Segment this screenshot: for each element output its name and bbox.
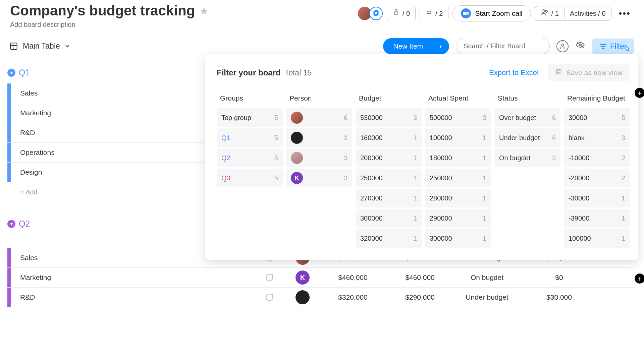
search-input[interactable]: Search / Filter Board: [456, 38, 550, 54]
filter-option[interactable]: 2500001: [356, 169, 422, 187]
members-count: / 1: [551, 10, 559, 17]
start-zoom-call-button[interactable]: Start Zoom call: [452, 5, 531, 21]
filter-option[interactable]: Q35: [217, 169, 283, 187]
remaining-budget-cell[interactable]: $30,000: [521, 293, 598, 301]
filter-option[interactable]: 5000003: [425, 108, 491, 127]
table-row[interactable]: R&D $320,000 $290,000 Under budget $30,0…: [7, 288, 634, 307]
filter-option-count: 6: [552, 134, 556, 142]
export-to-excel-link[interactable]: Export to Excel: [489, 68, 539, 77]
avatar: [291, 132, 303, 144]
remaining-budget-cell[interactable]: $0: [521, 274, 598, 282]
automations-count: / 0: [402, 10, 410, 17]
filter-option[interactable]: 1000001: [564, 229, 630, 248]
filter-option[interactable]: 1800001: [425, 148, 491, 167]
filter-option-count: 2: [622, 174, 625, 182]
filter-option-count: 1: [483, 235, 486, 242]
svg-point-7: [545, 10, 547, 12]
page-title[interactable]: Company's budget tracking: [10, 3, 195, 19]
chat-icon[interactable]: [252, 273, 286, 283]
filter-option[interactable]: K3: [286, 169, 352, 187]
filter-option[interactable]: 2500001: [425, 169, 491, 187]
filter-option[interactable]: 2700001: [356, 189, 422, 207]
chat-icon[interactable]: [252, 292, 286, 302]
new-item-button[interactable]: New Item ▾: [383, 38, 449, 54]
save-as-new-view-button[interactable]: Save as new view: [548, 64, 630, 81]
filter-option[interactable]: 3: [286, 148, 352, 167]
filter-option[interactable]: 2900001: [425, 209, 491, 228]
collapse-group-icon[interactable]: ▾: [7, 69, 15, 77]
filter-option-label: blank: [569, 134, 585, 142]
filter-option[interactable]: 300005: [564, 108, 630, 127]
filter-option[interactable]: -100002: [564, 148, 630, 167]
view-switcher[interactable]: Main Table: [9, 42, 70, 51]
row-color-stripe: [7, 83, 11, 103]
budget-cell[interactable]: $460,000: [319, 274, 386, 282]
actual-spent-cell[interactable]: $460,000: [386, 274, 453, 282]
filter-option[interactable]: Over budget6: [494, 108, 560, 127]
people-icon: [541, 9, 549, 18]
filter-option-count: 6: [552, 114, 556, 122]
filter-option-label: 530000: [360, 114, 383, 122]
svg-rect-8: [10, 43, 17, 50]
filter-option[interactable]: 1000001: [425, 128, 491, 147]
filter-option-count: 5: [274, 174, 278, 182]
filter-option[interactable]: 5300003: [356, 108, 422, 127]
filter-option[interactable]: On bugdet3: [494, 148, 560, 167]
status-cell[interactable]: On bugdet: [453, 274, 521, 282]
avatar: [291, 152, 303, 164]
add-item-button[interactable]: + Add: [11, 182, 38, 202]
filter-option-label: 300000: [430, 235, 452, 242]
integrations-button[interactable]: / 2: [420, 6, 448, 21]
filter-option[interactable]: 1600001: [356, 128, 422, 147]
filter-option[interactable]: -390001: [564, 209, 630, 228]
person-filter-icon[interactable]: [556, 40, 569, 52]
new-item-label: New Item: [383, 38, 432, 54]
filter-option[interactable]: Q25: [217, 148, 283, 167]
filter-option[interactable]: 3: [286, 128, 352, 147]
collapse-group-icon[interactable]: ▾: [7, 220, 15, 228]
filter-option[interactable]: 3000001: [425, 229, 491, 248]
filter-option-count: 1: [483, 154, 486, 162]
filter-option[interactable]: blank3: [564, 128, 630, 147]
board-owner-avatar[interactable]: [358, 7, 383, 20]
filter-option-count: 3: [413, 114, 417, 122]
filter-option-count: 1: [413, 235, 417, 242]
favorite-star-icon[interactable]: ★: [200, 5, 209, 17]
members-button[interactable]: / 1: [535, 6, 564, 20]
budget-cell[interactable]: $320,000: [319, 293, 386, 301]
filter-option[interactable]: 3000001: [356, 209, 422, 228]
svg-rect-4: [427, 11, 431, 13]
status-cell[interactable]: Under budget: [453, 293, 521, 301]
filter-option[interactable]: -200002: [564, 169, 630, 187]
person-cell[interactable]: K: [286, 270, 319, 285]
filter-option[interactable]: 2000001: [356, 148, 422, 167]
filter-option[interactable]: 6: [286, 108, 352, 127]
activities-button[interactable]: Activities / 0: [564, 6, 611, 20]
board-description[interactable]: Add board description: [10, 21, 209, 28]
chevron-down-icon[interactable]: ▾: [432, 40, 449, 53]
group-title-q2[interactable]: Q2: [19, 219, 30, 229]
hide-columns-icon[interactable]: [575, 41, 585, 51]
filter-col-status: Status: [494, 94, 560, 102]
filter-option[interactable]: Under budget6: [494, 128, 560, 147]
item-name[interactable]: R&D: [11, 293, 252, 301]
filter-option[interactable]: Q15: [217, 128, 283, 147]
automations-button[interactable]: / 0: [387, 6, 416, 21]
filter-option-label: Top group: [221, 114, 251, 122]
actual-spent-cell[interactable]: $290,000: [386, 293, 453, 301]
filter-option[interactable]: 3200001: [356, 229, 422, 248]
filter-button[interactable]: Filter: [592, 39, 634, 54]
filter-option[interactable]: Top group5: [217, 108, 283, 127]
filter-option[interactable]: 2800001: [425, 189, 491, 207]
person-cell[interactable]: [286, 290, 319, 304]
group-title-q1[interactable]: Q1: [19, 68, 30, 77]
filter-option-label: 160000: [360, 134, 383, 142]
save-icon: [555, 68, 562, 77]
table-row[interactable]: Marketing K $460,000 $460,000 On bugdet …: [7, 268, 634, 288]
filter-option[interactable]: -300001: [564, 189, 630, 207]
add-widget-button[interactable]: ＋: [635, 274, 644, 284]
more-options-icon[interactable]: •••: [615, 8, 634, 19]
item-name[interactable]: Marketing: [11, 274, 252, 282]
add-widget-button[interactable]: ＋: [635, 88, 644, 98]
filter-option-count: 1: [483, 174, 486, 182]
